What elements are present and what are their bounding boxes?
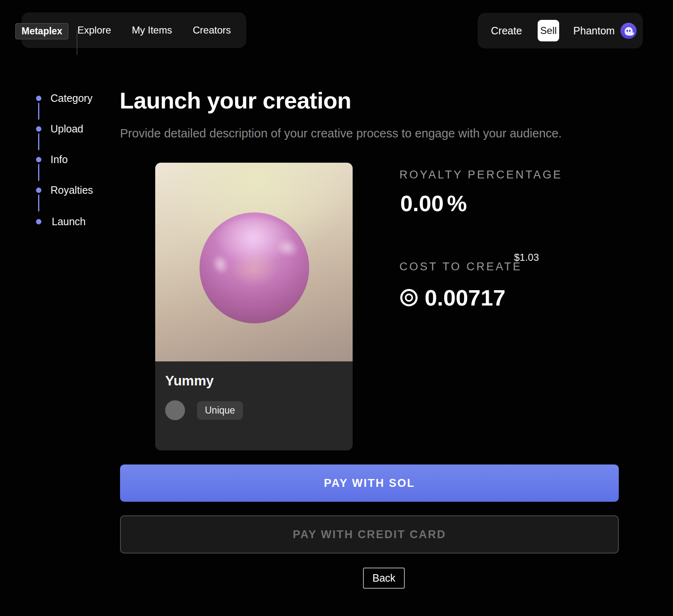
stepper-step-category[interactable]: Category: [36, 92, 92, 104]
step-label: Info: [50, 154, 68, 166]
nft-name: Yummy: [165, 373, 343, 389]
step-dot: [36, 188, 41, 193]
nav-actions: Create Sell Phantom: [478, 13, 643, 48]
sell-button[interactable]: Sell: [538, 20, 559, 41]
nft-card-info: Yummy Unique: [155, 361, 353, 450]
pay-with-credit-card-button[interactable]: PAY WITH CREDIT CARD: [120, 515, 619, 553]
nav-divider: [77, 31, 77, 55]
back-button[interactable]: Back: [363, 568, 405, 589]
stepper-connector: [38, 195, 39, 212]
step-dot: [36, 219, 41, 224]
cost-sol-value: 0.00717: [425, 285, 505, 310]
creator-row: Unique: [165, 400, 243, 420]
step-dot: [36, 96, 41, 101]
unique-badge: Unique: [197, 401, 243, 420]
create-tab[interactable]: Create: [491, 25, 522, 37]
cost-label: COST TO CREATE: [399, 260, 522, 273]
stepper-step-launch[interactable]: Launch: [36, 216, 86, 228]
pay-with-sol-button[interactable]: PAY WITH SOL: [120, 464, 619, 502]
creator-avatar: [165, 400, 185, 420]
step-dot: [36, 157, 41, 162]
stepper-step-info[interactable]: Info: [36, 154, 68, 166]
wallet-label: Phantom: [573, 25, 615, 37]
step-label: Upload: [50, 123, 83, 135]
cost-usd-value: $1.03: [514, 252, 539, 263]
sphere-highlight: [210, 253, 231, 277]
stepper-step-upload[interactable]: Upload: [36, 123, 83, 135]
nav-item-creators[interactable]: Creators: [193, 24, 231, 36]
step-label: Royalties: [50, 184, 93, 196]
royalty-label: ROYALTY PERCENTAGE: [399, 168, 562, 181]
metaplex-logo[interactable]: Metaplex: [15, 23, 68, 39]
launch-creation-page: Explore My Items Creators Metaplex Creat…: [0, 0, 673, 616]
wallet-button[interactable]: Phantom: [573, 23, 637, 39]
nav-item-explore[interactable]: Explore: [77, 24, 111, 36]
step-label: Launch: [52, 216, 86, 228]
stepper-connector: [38, 164, 39, 181]
royalty-unit: %: [447, 191, 467, 216]
stepper-connector: [38, 133, 39, 150]
royalty-number: 0.00: [400, 191, 444, 216]
stepper-connector: [38, 103, 39, 120]
step-label: Category: [50, 92, 92, 104]
cost-sol-row: 0.00717: [400, 285, 505, 310]
page-title: Launch your creation: [120, 87, 351, 114]
sphere-highlight: [274, 236, 300, 260]
page-subtitle: Provide detailed description of your cre…: [120, 127, 562, 140]
phantom-ghost-icon: [620, 23, 637, 39]
sol-symbol-icon: [400, 289, 418, 306]
royalty-value: 0.00%: [400, 190, 467, 216]
stepper-step-royalties[interactable]: Royalties: [36, 184, 93, 196]
nft-image: [155, 163, 353, 361]
nav-item-my-items[interactable]: My Items: [132, 24, 172, 36]
glossy-sphere-artwork: [199, 212, 309, 323]
step-dot: [36, 126, 41, 132]
nft-preview-card: Yummy Unique: [155, 163, 353, 450]
